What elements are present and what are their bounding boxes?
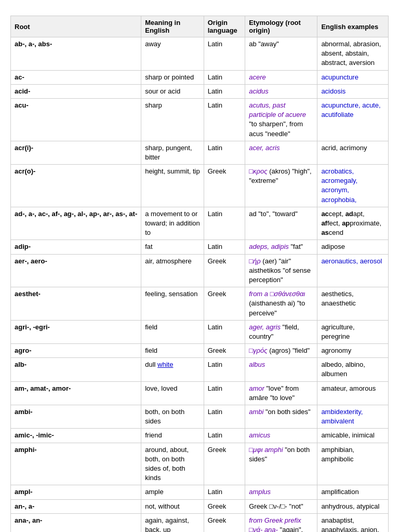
table-row: ana-, an-again, against, back, upGreekfr… <box>11 513 389 532</box>
root-cell: ad-, a-, ac-, af-, ag-, al-, ap-, ar-, a… <box>11 207 141 240</box>
etymology-cell: □κρος (akros) "high", "extreme" <box>245 165 317 207</box>
etymology-cell: □μφι amphi "on both sides" <box>245 443 317 485</box>
origin-cell: Greek <box>204 254 245 287</box>
root-cell: ambi- <box>11 405 141 429</box>
origin-cell: Latin <box>204 381 245 405</box>
root-cell: agro- <box>11 344 141 358</box>
examples-cell: ambidexterity, ambivalent <box>317 405 389 429</box>
etymology-cell: from a □σθάνεσθαι (aisthanesth ai) "to p… <box>245 287 317 321</box>
meaning-cell: again, against, back, up <box>141 513 204 532</box>
table-row: amphi-around, about, both, on both sides… <box>11 443 389 485</box>
origin-cell: Latin <box>204 405 245 429</box>
root-cell: acid- <box>11 84 141 98</box>
meaning-cell: friend <box>141 429 204 443</box>
origin-cell: Greek <box>204 344 245 358</box>
etymology-cell: ab "away" <box>245 37 317 71</box>
origin-cell: Latin <box>204 240 245 254</box>
etymology-cell: amplus <box>245 485 317 499</box>
origin-cell: Latin <box>204 70 245 84</box>
origin-cell: Greek <box>204 513 245 532</box>
etymology-cell: acutus, past participle of acuere "to sh… <box>245 98 317 141</box>
origin-cell: Latin <box>204 320 245 343</box>
etymology-cell: albus <box>245 358 317 381</box>
root-cell: ana-, an- <box>11 513 141 532</box>
examples-cell: acupuncture, acute, acutifoliate <box>317 98 389 141</box>
root-cell: acr(o)- <box>11 165 141 207</box>
origin-cell: Greek <box>204 443 245 485</box>
root-cell: aer-, aero- <box>11 254 141 287</box>
meaning-cell: fat <box>141 240 204 254</box>
col-examples: English examples <box>317 16 389 37</box>
examples-cell: abnormal, abrasion, absent, abstain, abs… <box>317 37 389 71</box>
etymology-cell: acer, acris <box>245 141 317 164</box>
origin-cell: Latin <box>204 141 245 164</box>
table-row: an-, a-not, withoutGreekGreek □ν-/□- "no… <box>11 499 389 513</box>
examples-cell: amphibian, amphibolic <box>317 443 389 485</box>
examples-cell: amplification <box>317 485 389 499</box>
meaning-cell: not, without <box>141 499 204 513</box>
meaning-cell: field <box>141 320 204 343</box>
table-row: acr(i)-sharp, pungent, bitterLatinacer, … <box>11 141 389 164</box>
root-cell: ab-, a-, abs- <box>11 37 141 71</box>
examples-cell: anabaptist, anaphylaxis, anion, anode <box>317 513 389 532</box>
examples-cell: acrid, acrimony <box>317 141 389 164</box>
examples-cell: agriculture, peregrine <box>317 320 389 343</box>
root-cell: aesthet- <box>11 287 141 321</box>
table-row: ac-sharp or pointedLatinacereacupuncture <box>11 70 389 84</box>
meaning-cell: love, loved <box>141 381 204 405</box>
col-etymology: Etymology (root origin) <box>245 16 317 37</box>
table-row: alb-dull whiteLatinalbusalbedo, albino, … <box>11 358 389 381</box>
root-cell: acr(i)- <box>11 141 141 164</box>
meaning-cell: a movement to or toward; in addition to <box>141 207 204 240</box>
origin-cell: Greek <box>204 287 245 321</box>
etymology-cell: ambi "on both sides" <box>245 405 317 429</box>
table-row: ad-, a-, ac-, af-, ag-, al-, ap-, ar-, a… <box>11 207 389 240</box>
root-cell: acu- <box>11 98 141 141</box>
etymology-cell: ager, agris "field, country" <box>245 320 317 343</box>
examples-cell: accept, adapt, affect, approximate, asce… <box>317 207 389 240</box>
root-cell: amic-, -imic- <box>11 429 141 443</box>
etymology-cell: acidus <box>245 84 317 98</box>
etymology-cell: adeps, adipis "fat" <box>245 240 317 254</box>
examples-cell: amateur, amorous <box>317 381 389 405</box>
origin-cell: Latin <box>204 84 245 98</box>
examples-cell: acidosis <box>317 84 389 98</box>
examples-cell: aesthetics, anaesthetic <box>317 287 389 321</box>
table-row: aer-, aero-air, atmosphereGreek□ήρ (aer)… <box>11 254 389 287</box>
table-row: am-, amat-, amor-love, lovedLatinamor "l… <box>11 381 389 405</box>
meaning-cell: both, on both sides <box>141 405 204 429</box>
table-row: amic-, -imic-friendLatinamicusamicable, … <box>11 429 389 443</box>
root-cell: adip- <box>11 240 141 254</box>
table-row: ambi-both, on both sidesLatinambi "on bo… <box>11 405 389 429</box>
origin-cell: Latin <box>204 485 245 499</box>
table-row: ab-, a-, abs-awayLatinab "away"abnormal,… <box>11 37 389 71</box>
col-root: Root <box>11 16 141 37</box>
table-row: acu-sharpLatinacutus, past participle of… <box>11 98 389 141</box>
meaning-cell: height, summit, tip <box>141 165 204 207</box>
meaning-cell: sharp <box>141 98 204 141</box>
etymology-cell: Greek □ν-/□- "not" <box>245 499 317 513</box>
meaning-cell: sour or acid <box>141 84 204 98</box>
origin-cell: Latin <box>204 207 245 240</box>
root-cell: an-, a- <box>11 499 141 513</box>
etymology-cell: □γρός (agros) "field" <box>245 344 317 358</box>
table-header-row: Root Meaning in English Origin language … <box>11 16 389 37</box>
meaning-cell: feeling, sensation <box>141 287 204 321</box>
etymology-cell: amicus <box>245 429 317 443</box>
table-row: acr(o)-height, summit, tipGreek□κρος (ak… <box>11 165 389 207</box>
root-cell: ac- <box>11 70 141 84</box>
etymology-cell: from Greek prefix □νά- ana- "again", "ag… <box>245 513 317 532</box>
meaning-cell: sharp, pungent, bitter <box>141 141 204 164</box>
table-row: ampl-ampleLatinamplusamplification <box>11 485 389 499</box>
examples-cell: adipose <box>317 240 389 254</box>
etymology-table: Root Meaning in English Origin language … <box>10 16 389 532</box>
table-row: aesthet-feeling, sensationGreekfrom a □σ… <box>11 287 389 321</box>
meaning-cell: air, atmosphere <box>141 254 204 287</box>
examples-cell: albedo, albino, albumen <box>317 358 389 381</box>
meaning-cell: sharp or pointed <box>141 70 204 84</box>
examples-cell: amicable, inimical <box>317 429 389 443</box>
root-cell: ampl- <box>11 485 141 499</box>
origin-cell: Greek <box>204 165 245 207</box>
etymology-cell: amor "love" from amāre "to love" <box>245 381 317 405</box>
table-row: agro-fieldGreek□γρός (agros) "field"agro… <box>11 344 389 358</box>
